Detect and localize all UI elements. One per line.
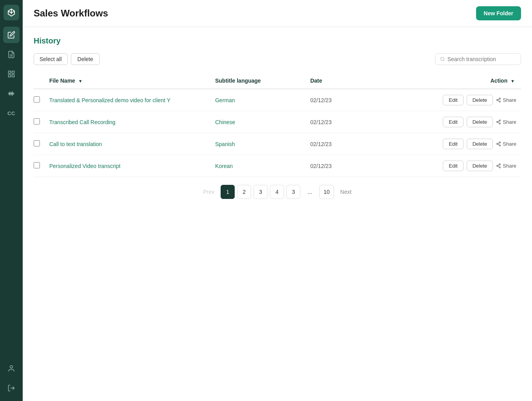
col-header-date: Date xyxy=(306,73,377,89)
svg-point-25 xyxy=(499,120,500,121)
row-checkbox-cell xyxy=(34,155,45,177)
toolbar-left: Select all Delete xyxy=(34,53,100,65)
svg-point-36 xyxy=(497,165,498,166)
row-actions: Edit Delete Share xyxy=(377,89,521,111)
filename-sort-icon[interactable]: ▼ xyxy=(78,79,83,83)
svg-line-33 xyxy=(498,144,500,145)
page-button-3[interactable]: 3 xyxy=(253,185,268,199)
svg-rect-5 xyxy=(12,75,14,77)
col-header-language: Subtitle language xyxy=(210,73,306,89)
select-all-button[interactable]: Select all xyxy=(34,53,68,65)
page-button-5[interactable]: 3 xyxy=(286,185,300,199)
page-button-2[interactable]: 2 xyxy=(237,185,251,199)
page-title: Sales Workflows xyxy=(34,8,108,19)
svg-point-31 xyxy=(497,143,498,145)
row-delete-button[interactable]: Delete xyxy=(467,117,493,127)
row-checkbox-cell xyxy=(34,89,45,111)
sidebar-item-user[interactable] xyxy=(3,360,20,377)
table-row: Translated & Personalized demo video for… xyxy=(34,89,521,111)
svg-line-39 xyxy=(498,165,500,166)
delete-button[interactable]: Delete xyxy=(71,53,100,65)
share-button[interactable]: Share xyxy=(496,97,516,103)
row-date: 02/12/23 xyxy=(306,155,377,177)
share-button[interactable]: Share xyxy=(496,163,516,169)
search-icon xyxy=(440,56,445,62)
svg-point-16 xyxy=(10,366,13,368)
share-button[interactable]: Share xyxy=(496,141,516,147)
edit-button[interactable]: Edit xyxy=(443,95,463,105)
svg-line-23 xyxy=(498,100,500,101)
col-header-action: Action ▼ xyxy=(377,73,521,89)
svg-point-20 xyxy=(499,98,500,99)
page-header: Sales Workflows New Folder xyxy=(23,0,532,27)
sidebar-item-grid[interactable] xyxy=(3,66,20,82)
page-button-1[interactable]: 1 xyxy=(221,185,235,199)
sidebar-item-waveform[interactable] xyxy=(3,85,20,102)
action-sort-icon[interactable]: ▼ xyxy=(510,79,515,83)
svg-point-22 xyxy=(499,101,500,102)
row-checkbox[interactable] xyxy=(34,96,40,103)
app-logo xyxy=(4,5,19,20)
sidebar-item-file[interactable] xyxy=(3,46,20,63)
search-input[interactable] xyxy=(448,56,516,62)
col-header-filename: File Name ▼ xyxy=(45,73,210,89)
row-language: Chinese xyxy=(210,111,306,133)
row-checkbox[interactable] xyxy=(34,140,40,146)
svg-line-38 xyxy=(498,166,500,167)
row-language: German xyxy=(210,89,306,111)
table-row: Call to text translation Spanish 02/12/2… xyxy=(34,133,521,155)
prev-button[interactable]: Prev xyxy=(199,185,218,199)
row-checkbox-cell xyxy=(34,111,45,133)
col-header-checkbox xyxy=(34,73,45,89)
row-filename[interactable]: Personalized Video transcript xyxy=(45,155,210,177)
pagination-wrapper: Prev 1 2 3 4 3 ... 10 Next xyxy=(34,177,521,211)
row-language: Spanish xyxy=(210,133,306,155)
main-content: Sales Workflows New Folder History Selec… xyxy=(23,0,532,401)
svg-point-27 xyxy=(499,123,500,124)
row-delete-button[interactable]: Delete xyxy=(467,95,493,105)
svg-point-21 xyxy=(497,99,498,101)
svg-line-19 xyxy=(444,60,444,61)
row-actions: Edit Delete Share xyxy=(377,111,521,133)
row-checkbox[interactable] xyxy=(34,118,40,125)
content-area: History Select all Delete xyxy=(23,27,532,401)
svg-rect-3 xyxy=(12,71,14,74)
svg-line-24 xyxy=(498,99,500,100)
row-filename[interactable]: Transcribed Call Recording xyxy=(45,111,210,133)
edit-button[interactable]: Edit xyxy=(443,139,463,149)
svg-point-26 xyxy=(497,121,498,123)
row-date: 02/12/23 xyxy=(306,133,377,155)
svg-point-35 xyxy=(499,164,500,165)
table-row: Transcribed Call Recording Chinese 02/12… xyxy=(34,111,521,133)
sidebar-item-edit[interactable] xyxy=(3,27,20,43)
row-filename[interactable]: Call to text translation xyxy=(45,133,210,155)
svg-rect-2 xyxy=(9,71,11,74)
page-button-4[interactable]: 4 xyxy=(270,185,284,199)
svg-point-37 xyxy=(499,167,500,168)
row-delete-button[interactable]: Delete xyxy=(467,139,493,149)
page-button-ellipsis: ... xyxy=(303,185,317,199)
sidebar: CC xyxy=(0,0,23,401)
row-checkbox-cell xyxy=(34,133,45,155)
row-checkbox[interactable] xyxy=(34,162,40,168)
edit-button[interactable]: Edit xyxy=(443,117,463,127)
sidebar-item-cc[interactable]: CC xyxy=(3,105,20,121)
sidebar-bottom xyxy=(3,360,20,396)
row-delete-button[interactable]: Delete xyxy=(467,161,493,171)
toolbar: Select all Delete xyxy=(34,53,521,65)
search-box xyxy=(435,53,521,65)
pagination: Prev 1 2 3 4 3 ... 10 Next xyxy=(199,185,355,199)
row-date: 02/12/23 xyxy=(306,111,377,133)
sidebar-item-logout[interactable] xyxy=(3,380,20,396)
edit-button[interactable]: Edit xyxy=(443,161,463,171)
share-button[interactable]: Share xyxy=(496,119,516,125)
row-filename[interactable]: Translated & Personalized demo video for… xyxy=(45,89,210,111)
history-title: History xyxy=(34,36,521,45)
row-date: 02/12/23 xyxy=(306,89,377,111)
svg-line-28 xyxy=(498,122,500,123)
new-folder-button[interactable]: New Folder xyxy=(476,6,521,20)
next-button[interactable]: Next xyxy=(336,185,356,199)
page-button-10[interactable]: 10 xyxy=(319,185,334,199)
row-actions: Edit Delete Share xyxy=(377,133,521,155)
svg-rect-4 xyxy=(9,75,11,77)
